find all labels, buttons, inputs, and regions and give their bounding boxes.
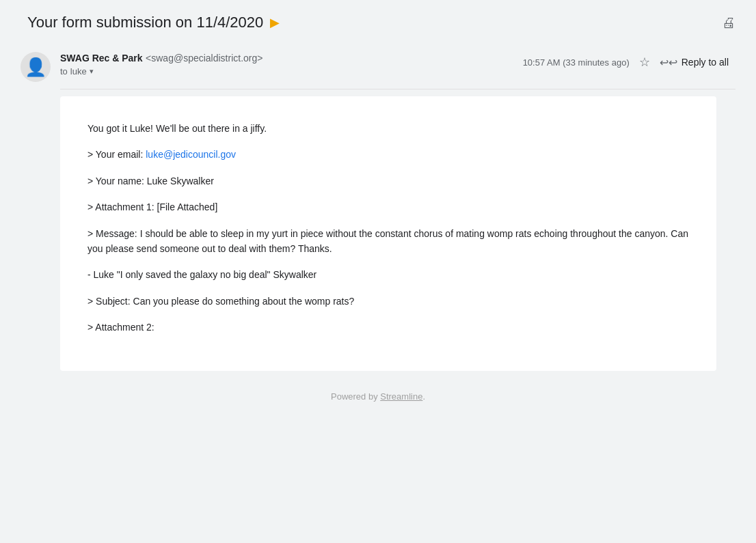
sender-info: SWAG Rec & Park <swag@specialdistrict.or… <box>60 52 262 76</box>
body-email-prefix: > Your email: <box>87 149 146 160</box>
print-icon[interactable]: 🖨 <box>722 15 735 31</box>
body-name-line: > Your name: Luke Skywalker <box>87 173 689 189</box>
email-subject-title: Your form submission on 11/4/2020 <box>27 14 263 31</box>
star-icon[interactable]: ☆ <box>639 55 650 70</box>
body-signature: - Luke "I only saved the galaxy no big d… <box>87 267 689 282</box>
reply-all-icon: ↩↩ <box>660 56 677 69</box>
email-header: 👤 SWAG Rec & Park <swag@specialdistrict.… <box>21 45 735 89</box>
sender-email: <swag@specialdistrict.org> <box>146 53 262 64</box>
to-label: to <box>60 66 68 76</box>
sender-name-row: SWAG Rec & Park <swag@specialdistrict.or… <box>60 52 262 64</box>
email-subject-row: Your form submission on 11/4/2020 ▶ 🖨 <box>21 14 735 31</box>
to-recipient: luke <box>70 66 87 76</box>
reply-all-button[interactable]: ↩↩ Reply to all <box>660 56 729 69</box>
body-attachment1-line: > Attachment 1: [File Attached] <box>87 199 689 214</box>
email-content-block: > Your email: luke@jedicouncil.gov > You… <box>87 147 689 256</box>
email-header-left: 👤 SWAG Rec & Park <swag@specialdistrict.… <box>21 52 262 82</box>
email-container: Your form submission on 11/4/2020 ▶ 🖨 👤 … <box>0 0 756 429</box>
email-time: 10:57 AM (33 minutes ago) <box>523 57 630 68</box>
body-attachment2-line: > Attachment 2: <box>87 320 689 335</box>
forward-arrow-icon: ▶ <box>270 15 280 30</box>
email-header-right: 10:57 AM (33 minutes ago) ☆ ↩↩ Reply to … <box>523 52 729 70</box>
footer-period: . <box>422 391 425 402</box>
body-subject-line: > Subject: Can you please do something a… <box>87 294 689 309</box>
to-dropdown-icon[interactable]: ▾ <box>90 67 94 76</box>
email-body-card: You got it Luke! We'll be out there in a… <box>60 96 716 371</box>
body-greeting: You got it Luke! We'll be out there in a… <box>87 121 689 136</box>
body-message-line: > Message: I should be able to sleep in … <box>87 226 689 257</box>
person-icon: 👤 <box>25 57 46 78</box>
body-email-link[interactable]: luke@jedicouncil.gov <box>146 149 236 160</box>
sender-name: SWAG Rec & Park <box>60 53 143 64</box>
avatar: 👤 <box>21 52 51 82</box>
email-body-wrapper: You got it Luke! We'll be out there in a… <box>21 89 735 378</box>
footer: Powered by Streamline. <box>21 378 735 408</box>
body-email-line: > Your email: luke@jedicouncil.gov <box>87 147 689 162</box>
footer-text: Powered by <box>331 391 380 402</box>
to-line: to luke ▾ <box>60 66 262 76</box>
footer-streamline-link[interactable]: Streamline <box>380 391 422 402</box>
reply-all-label: Reply to all <box>681 57 729 68</box>
email-subject-left: Your form submission on 11/4/2020 ▶ <box>27 14 280 31</box>
